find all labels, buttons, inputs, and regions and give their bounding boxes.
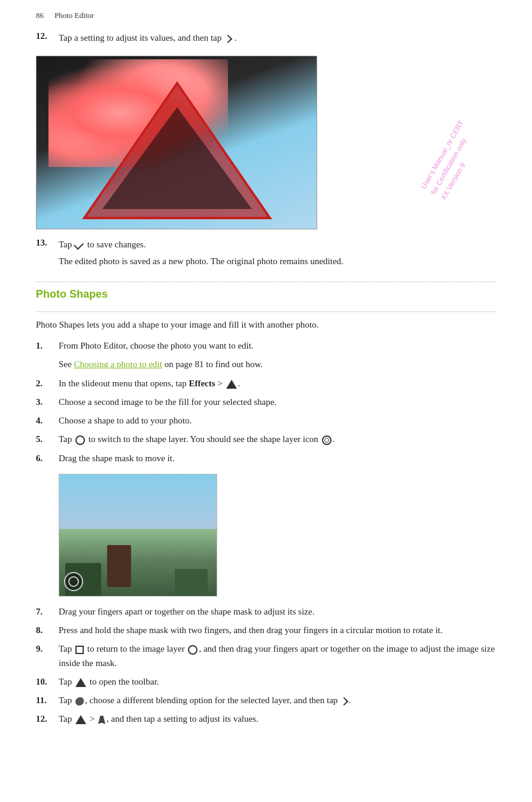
photo-bg [37, 56, 317, 229]
pencil-icon-step12b [98, 716, 105, 724]
effects-bold: Effects [189, 379, 215, 388]
step11-content: Tap , choose a different blending option… [59, 694, 496, 707]
svg-marker-0 [84, 83, 270, 218]
step3-num: 3. [36, 395, 59, 409]
step9-num: 9. [36, 642, 59, 670]
page-number: 86 [36, 11, 44, 20]
circle-icon-step5 [75, 435, 85, 445]
list-item-step6: 6. Drag the shape mask to move it. [36, 452, 496, 465]
step4-num: 4. [36, 414, 59, 428]
circle-icon-overlay [64, 572, 83, 591]
step-13: 13. Tap to save changes. The edited phot… [36, 238, 496, 271]
step4-content: Choose a shape to add to your photo. [59, 414, 496, 428]
triangle-icon-step2 [226, 380, 237, 389]
triangle-icon-step12b [75, 715, 86, 724]
list-item-step12b: 12. Tap > , and then tap a setting to ad… [36, 712, 496, 726]
step7-content: Drag your fingers apart or together on t… [59, 605, 496, 619]
section-intro: Photo Shapes lets you add a shape to you… [36, 318, 496, 332]
step5-content: Tap to switch to the shape layer. You sh… [59, 432, 496, 446]
step-13-text: Tap to save changes. [59, 238, 496, 252]
step8-num: 8. [36, 624, 59, 637]
section-heading-photo-shapes: Photo Shapes [36, 288, 496, 301]
svg-marker-1 [102, 107, 252, 209]
list-item-step2: 2. In the slideout menu that opens, tap … [36, 377, 496, 391]
list-item-step3: 3. Choose a second image to be the fill … [36, 395, 496, 409]
circle-icon-step9 [188, 645, 197, 655]
section-divider-2 [36, 311, 496, 312]
link-choosing-photo[interactable]: Choosing a photo to edit [74, 359, 162, 369]
triangle-svg [37, 56, 317, 229]
step2-num: 2. [36, 377, 59, 391]
step1-num: 1. [36, 339, 59, 353]
chevron-icon-step11 [340, 697, 348, 705]
step1-subnote: See Choosing a photo to edit on page 81 … [59, 358, 496, 371]
step8-content: Press and hold the shape mask with two f… [59, 624, 496, 637]
list-item-step1: 1. From Photo Editor, choose the photo y… [36, 339, 496, 353]
image-block-1 [36, 56, 496, 229]
photo-blossoms [48, 59, 228, 167]
photo-sky [59, 474, 217, 535]
step7-num: 7. [36, 605, 59, 619]
step-12: 12. Tap a setting to adjust its values, … [36, 31, 496, 47]
check-icon-step13 [74, 240, 84, 250]
photo-obj3 [175, 569, 208, 593]
list-item-step7: 7. Drag your fingers apart or together o… [36, 605, 496, 619]
step5-num: 5. [36, 432, 59, 446]
page-header: 86 Photo Editor [36, 11, 496, 20]
photo-image-1 [36, 56, 317, 229]
step-13-content: Tap to save changes. The edited photo is… [59, 238, 496, 271]
page-title-header: Photo Editor [54, 11, 94, 20]
list-item-step11: 11. Tap , choose a different blending op… [36, 694, 496, 707]
steps-list: 1. From Photo Editor, choose the photo y… [36, 339, 496, 465]
list-item-step10: 10. Tap to open the toolbar. [36, 675, 496, 689]
step2-content: In the slideout menu that opens, tap Eff… [59, 377, 496, 391]
list-item-step8: 8. Press and hold the shape mask with tw… [36, 624, 496, 637]
section-divider [36, 282, 496, 282]
steps-list-2: 7. Drag your fingers apart or together o… [36, 605, 496, 727]
circle-dot-icon-step5 [322, 435, 332, 445]
step6-content: Drag the shape mask to move it. [59, 452, 496, 465]
step1-content: From Photo Editor, choose the photo you … [59, 339, 496, 353]
step10-content: Tap to open the toolbar. [59, 675, 496, 689]
step-12-content: Tap a setting to adjust its values, and … [59, 31, 496, 47]
step12b-num: 12. [36, 712, 59, 726]
list-item-step4: 4. Choose a shape to add to your photo. [36, 414, 496, 428]
image-block-2 [59, 474, 496, 597]
step-13-note: The edited photo is saved as a new photo… [59, 255, 496, 268]
photo-obj2 [107, 545, 131, 587]
step11-num: 11. [36, 694, 59, 707]
box-icon-step9a [75, 646, 84, 654]
list-item-step5: 5. Tap to switch to the shape layer. You… [36, 432, 496, 446]
step6-num: 6. [36, 452, 59, 465]
step10-num: 10. [36, 675, 59, 689]
chevron-icon-step12 [224, 34, 232, 43]
step-13-number: 13. [36, 238, 59, 271]
step-12-number: 12. [36, 31, 59, 47]
list-item-step9: 9. Tap to return to the image layer , an… [36, 642, 496, 670]
blob-icon-step11 [75, 697, 84, 706]
step9-content: Tap to return to the image layer , and t… [59, 642, 496, 670]
triangle-icon-step10 [75, 678, 86, 687]
step-12-text: Tap a setting to adjust its values, and … [59, 31, 496, 45]
step12b-content: Tap > , and then tap a setting to adjust… [59, 712, 496, 726]
step3-content: Choose a second image to be the fill for… [59, 395, 496, 409]
photo-image-2 [59, 474, 217, 597]
